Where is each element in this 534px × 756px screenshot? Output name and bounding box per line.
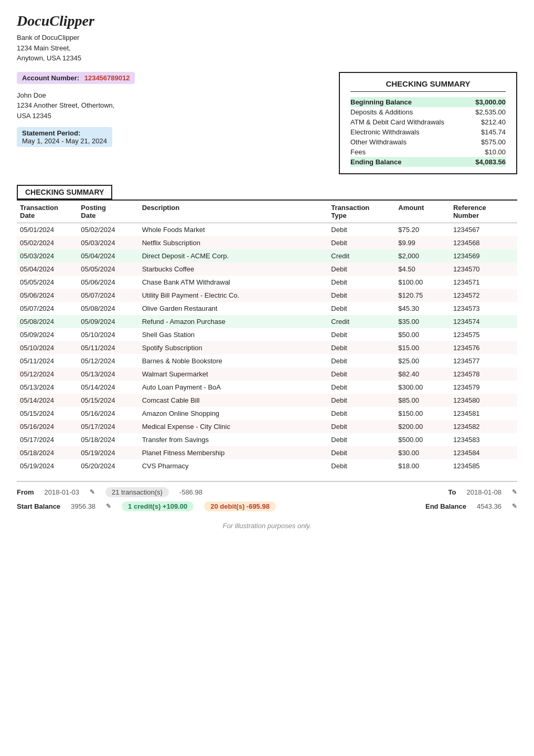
- description: Shell Gas Station: [139, 328, 328, 341]
- ref-number: 1234571: [450, 276, 517, 289]
- amount: $120.75: [395, 289, 450, 302]
- to-label: To: [448, 488, 456, 496]
- tx-type: Debit: [328, 407, 395, 420]
- tx-date: 05/11/2024: [17, 354, 78, 368]
- customer-address2: USA 12345: [17, 111, 323, 121]
- ref-number: 1234582: [450, 420, 517, 433]
- summary-row-value: $575.00: [468, 137, 506, 147]
- post-date: 05/08/2024: [78, 302, 138, 315]
- summary-row: Deposits & Additions $2,535.00: [350, 107, 506, 117]
- customer-info: John Doe 1234 Another Street, Othertown,…: [17, 90, 323, 121]
- post-date: 05/15/2024: [78, 394, 138, 407]
- tx-type: Debit: [328, 446, 395, 459]
- tx-type: Debit: [328, 368, 395, 381]
- tx-date: 05/03/2024: [17, 249, 78, 262]
- debits-badge: 20 debit(s) -695.98: [204, 501, 276, 511]
- table-row: 05/15/2024 05/16/2024 Amazon Online Shop…: [17, 407, 517, 420]
- tx-date: 05/02/2024: [17, 236, 78, 249]
- ref-number: 1234585: [450, 459, 517, 472]
- tx-date: 05/18/2024: [17, 446, 78, 459]
- account-number-box: Account Number: 123456789012: [17, 72, 135, 84]
- start-balance-label: Start Balance: [17, 502, 60, 510]
- tx-type: Debit: [328, 354, 395, 368]
- post-date: 05/04/2024: [78, 249, 138, 262]
- summary-row: Electronic Withdrawals $145.74: [350, 127, 506, 137]
- ref-number: 1234572: [450, 289, 517, 302]
- ref-number: 1234568: [450, 236, 517, 249]
- credits-badge: 1 credit(s) +109.00: [122, 501, 194, 511]
- bank-name: Bank of DocuClipper: [17, 33, 517, 43]
- logo: DocuClipper: [17, 13, 517, 29]
- summary-row: ATM & Debit Card Withdrawals $212.40: [350, 117, 506, 127]
- tx-type: Debit: [328, 341, 395, 354]
- amount: $18.00: [395, 459, 450, 472]
- tx-type: Debit: [328, 236, 395, 249]
- top-section: Account Number: 123456789012 John Doe 12…: [17, 72, 517, 174]
- tx-type: Debit: [328, 394, 395, 407]
- end-balance-edit-icon[interactable]: ✎: [512, 502, 517, 510]
- start-balance-edit-icon[interactable]: ✎: [106, 502, 111, 510]
- description: Direct Deposit - ACME Corp.: [139, 249, 328, 262]
- summary-row-value: $4,083.56: [468, 157, 506, 167]
- tx-count-badge: 21 transaction(s): [105, 487, 169, 497]
- summary-row-value: $3,000.00: [468, 97, 506, 107]
- statement-period-value: May 1, 2024 - May 21, 2024: [22, 137, 107, 145]
- amount: $35.00: [395, 315, 450, 328]
- description: Medical Expense - City Clinic: [139, 420, 328, 433]
- amount: $300.00: [395, 381, 450, 394]
- tx-type: Debit: [328, 420, 395, 433]
- tx-type: Debit: [328, 433, 395, 446]
- ref-number: 1234574: [450, 315, 517, 328]
- summary-table: Beginning Balance $3,000.00 Deposits & A…: [350, 97, 506, 167]
- description: Amazon Online Shopping: [139, 407, 328, 420]
- table-row: 05/19/2024 05/20/2024 CVS Pharmacy Debit…: [17, 459, 517, 472]
- summary-row: Beginning Balance $3,000.00: [350, 97, 506, 107]
- amount: $150.00: [395, 407, 450, 420]
- table-row: 05/09/2024 05/10/2024 Shell Gas Station …: [17, 328, 517, 341]
- table-row: 05/01/2024 05/02/2024 Whole Foods Market…: [17, 223, 517, 236]
- tx-date: 05/04/2024: [17, 262, 78, 276]
- post-date: 05/16/2024: [78, 407, 138, 420]
- from-label: From: [17, 488, 34, 496]
- description: Transfer from Savings: [139, 433, 328, 446]
- illustration-note: For illustration purposes only.: [17, 522, 517, 530]
- checking-summary-top: CHECKING SUMMARY Beginning Balance $3,00…: [339, 72, 517, 174]
- tx-date: 05/19/2024: [17, 459, 78, 472]
- summary-row-label: Fees: [350, 147, 468, 157]
- description: Utility Bill Payment - Electric Co.: [139, 289, 328, 302]
- start-balance: 3956.38: [71, 502, 95, 510]
- bank-info: Bank of DocuClipper 1234 Main Street, An…: [17, 33, 517, 64]
- table-row: 05/02/2024 05/03/2024 Netflix Subscripti…: [17, 236, 517, 249]
- ref-number: 1234577: [450, 354, 517, 368]
- table-row: 05/11/2024 05/12/2024 Barnes & Noble Boo…: [17, 354, 517, 368]
- summary-row-label: Deposits & Additions: [350, 107, 468, 117]
- to-edit-icon[interactable]: ✎: [512, 488, 517, 496]
- summary-row-label: Electronic Withdrawals: [350, 127, 468, 137]
- description: Refund - Amazon Purchase: [139, 315, 328, 328]
- from-edit-icon[interactable]: ✎: [90, 488, 95, 496]
- bank-address2: Anytown, USA 12345: [17, 53, 517, 64]
- tx-date: 05/17/2024: [17, 433, 78, 446]
- account-label: Account Number:: [22, 74, 79, 82]
- ref-number: 1234579: [450, 381, 517, 394]
- post-date: 05/11/2024: [78, 341, 138, 354]
- summary-row-value: $145.74: [468, 127, 506, 137]
- end-balance: 4543.36: [477, 502, 501, 510]
- tx-date: 05/05/2024: [17, 276, 78, 289]
- summary-row: Ending Balance $4,083.56: [350, 157, 506, 167]
- tx-type: Debit: [328, 289, 395, 302]
- tx-type: Debit: [328, 223, 395, 236]
- tx-date: 05/14/2024: [17, 394, 78, 407]
- description: Auto Loan Payment - BoA: [139, 381, 328, 394]
- ref-number: 1234575: [450, 328, 517, 341]
- to-date: 2018-01-08: [467, 488, 502, 496]
- end-balance-label: End Balance: [425, 502, 466, 510]
- tx-type: Debit: [328, 276, 395, 289]
- description: Whole Foods Market: [139, 223, 328, 236]
- description: Spotify Subscription: [139, 341, 328, 354]
- summary-row-value: $2,535.00: [468, 107, 506, 117]
- ref-number: 1234569: [450, 249, 517, 262]
- th-post-date: PostingDate: [78, 200, 138, 223]
- tx-type: Debit: [328, 459, 395, 472]
- tx-date: 05/06/2024: [17, 289, 78, 302]
